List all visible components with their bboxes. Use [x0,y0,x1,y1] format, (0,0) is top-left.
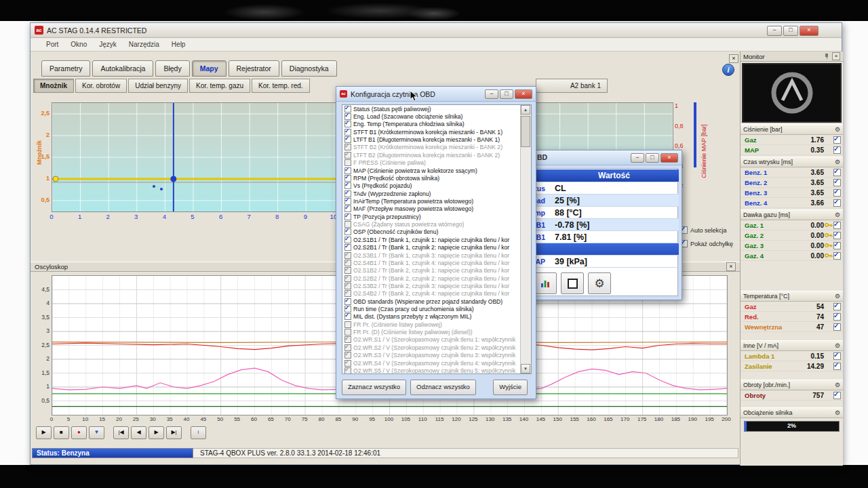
minimize-button[interactable]: − [767,26,782,36]
checkbox[interactable] [833,303,841,310]
subtab-kor-obrot-w[interactable]: Kor. obrotów [75,79,127,93]
obd-config-item[interactable]: TP (Pozycja przepustnicy) [342,213,521,220]
checkbox[interactable] [344,267,351,274]
subtab-kor-temp-gazu[interactable]: Kor. temp. gazu [189,79,250,93]
obd-config-item[interactable]: FR Pr. (D) (Ciśnienie listwy paliwowej (… [342,328,521,336]
checkbox[interactable] [344,252,351,259]
map-option-auto-selekcja[interactable]: Auto selekcja [680,226,733,234]
checkbox[interactable] [344,113,351,120]
checkbox[interactable] [344,152,351,159]
obd-stop-button[interactable] [561,272,584,294]
obd-config-item[interactable]: O2.S2B1 / Tr (Bank 1, czujnik 2: napięci… [342,243,521,251]
checkbox[interactable] [344,360,351,367]
obd-config-item[interactable]: Eng. Load (Szacowane obciążenie silnika) [342,113,521,120]
checkbox[interactable] [344,136,351,143]
obd-settings-button[interactable]: ⚙ [588,272,611,294]
checkbox[interactable] [344,344,351,351]
checkbox[interactable] [833,169,841,176]
checkbox[interactable] [344,367,351,374]
checkbox[interactable] [833,363,841,370]
checkbox[interactable] [344,290,351,297]
marker-button[interactable]: ▼ [89,426,104,439]
obd-chart-button[interactable] [534,272,557,294]
checkbox[interactable] [833,352,841,360]
subtab-udzia-benzyny[interactable]: Udział benzyny [128,79,188,93]
checkbox[interactable] [344,144,351,150]
checkbox[interactable] [833,323,841,331]
close-button[interactable]: × [660,153,678,163]
monitor-close-icon[interactable]: × [832,52,840,60]
obd-config-item[interactable]: O2.S3B1 / Tr (Bank 1, czujnik 3: napięci… [342,251,521,259]
checkbox[interactable] [344,352,351,359]
exit-button[interactable]: Wyjście [493,380,528,395]
checkbox[interactable] [833,146,841,154]
gear-icon[interactable]: ⚙ [835,211,840,218]
step-forward-button[interactable]: ▶ [149,426,164,439]
close-button[interactable]: × [800,26,818,36]
obd-config-item[interactable]: O2.S2B2 / Tr (Bank 2, czujnik 2: napięci… [342,274,521,282]
obd-config-item[interactable]: Vs (Prędkość pojazdu) [342,182,521,190]
maximize-button[interactable]: □ [500,89,513,99]
obd-config-item[interactable]: STFT B1 (Krótkoterminowa korekcja miesza… [342,128,521,136]
checkbox[interactable] [344,306,351,312]
info-button[interactable]: i [191,426,206,439]
checkbox[interactable] [344,313,351,320]
checkbox[interactable] [344,167,351,174]
obd-config-item[interactable]: RPM (Prędkość obrotowa silnika) [342,174,521,182]
obd-config-item[interactable]: Eng. Temp (Temperatura chłodziwa silnika… [342,121,521,128]
obd-config-item[interactable]: F PRESS (Ciśnienie paliwa) [342,159,521,167]
gear-icon[interactable]: ⚙ [835,293,840,300]
checkbox[interactable] [344,260,351,266]
scrollbar[interactable]: ▲ ▼ [520,105,531,373]
checkbox[interactable] [344,244,351,251]
checkbox[interactable] [833,313,841,321]
panel-close-icon[interactable]: × [729,54,738,63]
obd-config-item[interactable]: STFT B2 (Krótkoterminowa korekcja miesza… [342,144,521,151]
checkbox[interactable] [344,205,351,212]
go-last-button[interactable]: ▶| [166,426,182,439]
obd-config-item[interactable]: Status (Status pętli paliwowej) [342,105,521,113]
tab-b-dy[interactable]: Błędy [155,60,189,77]
checkbox[interactable] [344,336,351,343]
checkbox[interactable] [344,182,351,189]
obd-config-item[interactable]: O2.WR.S1 / V (Szerokopasmowy czujnik tle… [342,336,521,344]
select-all-button[interactable]: Zaznacz wszystko [342,380,406,395]
tab-mapy[interactable]: Mapy [192,60,226,77]
checkbox[interactable] [344,221,351,228]
obd-config-item[interactable]: CSAG (Żądany status powietrza wtórnego) [342,220,521,228]
checkbox[interactable] [344,106,351,113]
subtab-mno-nik[interactable]: Mnożnik [33,79,74,93]
obd-config-item[interactable]: O2.WR.S4 / V (Szerokopasmowy czujnik tle… [342,359,521,367]
checkbox[interactable] [833,392,841,399]
obd-config-item[interactable]: O2.S4B1 / Tr (Bank 1, czujnik 4: napięci… [342,259,521,266]
obd-config-title-bar[interactable]: ac Konfiguracja czytnika OBD −□× [336,87,536,102]
pin-icon[interactable] [824,54,829,60]
obd-config-item[interactable]: OSP (Obecność czujników tlenu) [342,228,521,236]
title-bar[interactable]: ac AC STAG 0.14.4 RESTRICTED [31,23,842,38]
obd-config-item[interactable]: InAirTemp (Temperatura powietrza wlotowe… [342,197,521,205]
checkbox[interactable] [344,321,351,328]
go-first-button[interactable]: |◀ [113,426,129,439]
checkbox[interactable] [344,298,351,305]
tab-rejestrator[interactable]: Rejestrator [229,60,279,77]
obd-config-item[interactable]: O2.S1B1 / Tr (Bank 1, czujnik 1: napięci… [342,236,521,243]
gear-icon[interactable]: ⚙ [835,382,840,388]
obd-config-item[interactable]: TAdv (Wyprzedzenie zapłonu) [342,190,521,197]
maximize-button[interactable]: □ [646,153,659,163]
record-button[interactable]: ● [71,426,87,439]
subtab-kor-temp-red[interactable]: Kor. temp. red. [252,79,310,93]
obd-config-item[interactable]: O2.S3B2 / Tr (Bank 2, czujnik 3: napięci… [342,282,521,289]
deselect-all-button[interactable]: Odznacz wszystko [410,380,476,395]
menu-item-okno[interactable]: Okno [64,39,93,49]
checkbox[interactable] [344,190,351,197]
menu-item-j-zyk[interactable]: Język [93,39,123,49]
minimize-button[interactable]: − [485,89,498,99]
oscilloscope-close-icon[interactable]: × [726,262,736,271]
menu-item-help[interactable]: Help [165,39,192,49]
subtab-partial[interactable]: A2 bank 1 [536,79,608,93]
step-back-button[interactable]: ◀ [131,426,146,439]
checkbox[interactable] [344,275,351,282]
gear-icon[interactable]: ⚙ [835,409,840,416]
gear-icon[interactable]: ⚙ [835,159,840,165]
obd-config-item[interactable]: MAP (Ciśnienie powietrza w kolektorze ss… [342,167,521,174]
